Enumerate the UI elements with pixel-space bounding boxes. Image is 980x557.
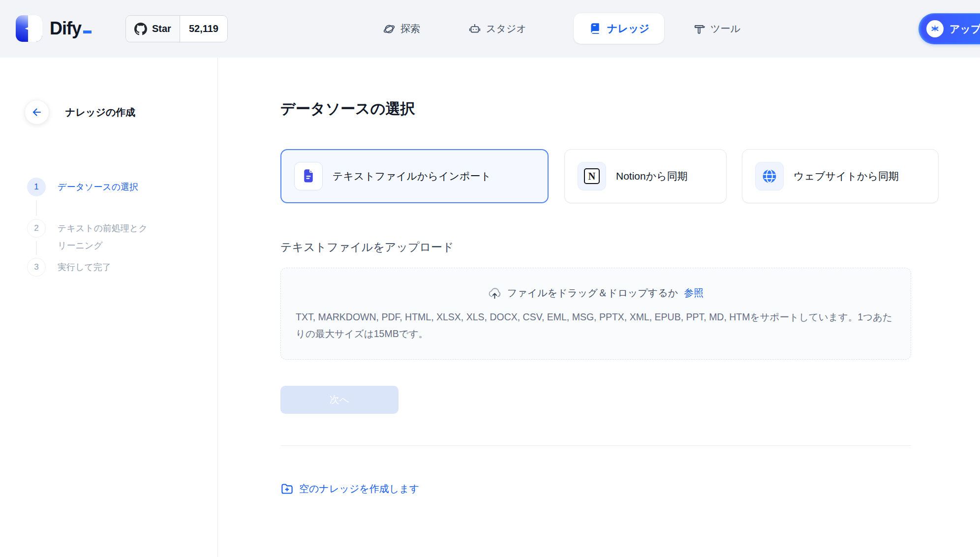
source-card-label: Notionから同期 xyxy=(616,169,688,183)
wizard-sidebar: ナレッジの作成 1 データソースの選択 2 テキストの前処理とクリーニング 3 … xyxy=(0,58,218,557)
create-empty-knowledge-link[interactable]: 空のナレッジを作成します xyxy=(280,480,419,497)
github-star-section: Star xyxy=(126,16,180,42)
github-star-badge[interactable]: Star 52,119 xyxy=(125,15,228,42)
upgrade-label: アップグレード xyxy=(949,22,980,36)
source-card-sync-website[interactable]: ウェブサイトから同期 xyxy=(742,149,939,203)
source-card-sync-notion[interactable]: N Notionから同期 xyxy=(564,149,727,203)
github-star-label: Star xyxy=(152,23,171,34)
cloud-upload-icon xyxy=(488,286,501,300)
hammer-icon xyxy=(693,23,705,35)
globe-icon xyxy=(755,162,784,190)
create-empty-knowledge-label: 空のナレッジを作成します xyxy=(299,482,419,495)
dify-logo-icon xyxy=(16,15,42,42)
step-label-1: データソースの選択 xyxy=(58,178,154,196)
wizard-title: ナレッジの作成 xyxy=(65,106,135,119)
nav-label-knowledge: ナレッジ xyxy=(607,22,649,35)
dropzone-instruction: ファイルをドラッグ＆ドロップするか 参照 xyxy=(281,283,911,303)
upload-section-heading: テキストファイルをアップロード xyxy=(280,240,454,255)
nav-label-studio: スタジオ xyxy=(486,22,526,35)
folder-plus-icon xyxy=(280,482,294,495)
nav-label-tools: ツール xyxy=(710,22,740,35)
planet-icon xyxy=(383,23,396,35)
back-button[interactable] xyxy=(25,100,49,124)
source-card-label: テキストファイルからインポート xyxy=(333,169,491,183)
github-icon xyxy=(134,23,147,35)
next-button[interactable]: 次へ xyxy=(280,386,398,414)
sparkle-icon xyxy=(926,20,944,37)
upgrade-button[interactable]: アップグレード xyxy=(919,13,980,44)
file-text-icon xyxy=(294,162,323,190)
book-icon xyxy=(588,22,601,35)
step-label-2: テキストの前処理とクリーニング xyxy=(58,219,154,254)
step-item-3: 3 実行して完了 xyxy=(27,258,154,277)
step-number-1: 1 xyxy=(27,178,46,196)
page-title: データソースの選択 xyxy=(280,99,415,119)
step-connector xyxy=(36,200,37,216)
nav-item-studio[interactable]: スタジオ xyxy=(468,0,526,58)
file-dropzone[interactable]: ファイルをドラッグ＆ドロップするか 参照 TXT, MARKDOWN, PDF,… xyxy=(280,268,911,360)
nav-item-tools[interactable]: ツール xyxy=(693,0,740,58)
step-connector xyxy=(36,241,37,255)
step-number-2: 2 xyxy=(27,219,46,238)
dify-logo-text: Dify xyxy=(50,18,92,39)
main-content: データソースの選択 テキストファイルからインポート N Notionから同期 xyxy=(218,58,980,557)
source-card-import-text-file[interactable]: テキストファイルからインポート xyxy=(280,149,549,203)
create-knowledge-page: Dify Star 52,119 探索 スタジオ xyxy=(0,0,980,557)
github-star-count: 52,119 xyxy=(180,16,227,42)
step-item-1: 1 データソースの選択 xyxy=(27,178,154,196)
nav-item-knowledge-active[interactable]: ナレッジ xyxy=(574,13,664,44)
browse-link[interactable]: 参照 xyxy=(684,286,704,300)
notion-icon: N xyxy=(578,162,606,190)
dify-logo[interactable]: Dify xyxy=(16,14,92,43)
logo-underscore xyxy=(83,31,92,33)
section-divider xyxy=(280,445,911,446)
arrow-left-icon xyxy=(31,106,43,118)
drop-text: ファイルをドラッグ＆ドロップするか xyxy=(507,286,678,300)
step-number-3: 3 xyxy=(27,258,46,277)
step-item-2: 2 テキストの前処理とクリーニング xyxy=(27,219,154,254)
app-header: Dify Star 52,119 探索 スタジオ xyxy=(0,0,980,58)
nav-item-explore[interactable]: 探索 xyxy=(383,0,420,58)
source-card-label: ウェブサイトから同期 xyxy=(794,169,899,183)
notion-logo-letter: N xyxy=(584,168,600,184)
step-label-3: 実行して完了 xyxy=(58,258,154,276)
robot-icon xyxy=(468,23,481,35)
nav-label-explore: 探索 xyxy=(400,22,420,35)
supported-formats-text: TXT, MARKDOWN, PDF, HTML, XLSX, XLS, DOC… xyxy=(296,309,896,342)
